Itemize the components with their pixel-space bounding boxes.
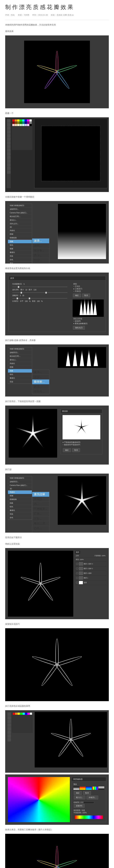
- pen-tool-icon[interactable]: [7, 156, 10, 159]
- swatch[interactable]: [17, 124, 20, 126]
- move-tool-icon[interactable]: [7, 119, 10, 123]
- menu-sub[interactable]: 极坐标...: [32, 248, 49, 253]
- menu-cat[interactable]: 像素化: [8, 509, 32, 512]
- preset-swatch[interactable]: [73, 786, 79, 790]
- layer-row[interactable]: 背景: [75, 580, 106, 585]
- amp-slider[interactable]: [12, 298, 67, 299]
- swatch[interactable]: [27, 119, 29, 122]
- menu-sub[interactable]: 波纹...: [32, 243, 49, 248]
- zoom-tool-icon[interactable]: [7, 170, 10, 174]
- type-triangle[interactable]: ● 三角形(T): [73, 288, 82, 290]
- swatch[interactable]: [15, 119, 17, 122]
- new-button[interactable]: 新建(W): [74, 804, 84, 808]
- menu-sub[interactable]: 挤压...: [32, 384, 49, 389]
- menu-sub[interactable]: 切变...: [32, 258, 49, 263]
- swatch[interactable]: [17, 122, 20, 124]
- swatch[interactable]: [15, 122, 17, 124]
- eraser-tool-icon[interactable]: [7, 148, 10, 152]
- tool-icon[interactable]: [7, 716, 11, 720]
- randomize-button[interactable]: 随机化(Z): [73, 326, 85, 330]
- swatch[interactable]: [30, 713, 32, 715]
- tool-icon[interactable]: [7, 731, 11, 734]
- swatch[interactable]: [25, 122, 27, 124]
- menu-cat[interactable]: 模糊画廊: [8, 236, 32, 240]
- marquee-tool-icon[interactable]: [7, 123, 10, 126]
- preset-swatch[interactable]: [80, 786, 86, 790]
- text-tool-icon[interactable]: [7, 159, 10, 163]
- swatch[interactable]: [27, 122, 29, 124]
- layer-row[interactable]: 图层 1 副本 3: [75, 562, 106, 566]
- menu-item[interactable]: 转换为智能滤镜(S): [8, 476, 32, 480]
- swatch[interactable]: [17, 119, 20, 122]
- menu-sub[interactable]: 凸出...: [32, 526, 49, 531]
- menu-cat[interactable]: 3D: [8, 226, 32, 229]
- swatch[interactable]: [20, 119, 22, 122]
- menu-sub[interactable]: 拼贴...: [32, 516, 49, 521]
- menu-cat[interactable]: 其它: [8, 261, 32, 264]
- swatch[interactable]: [25, 124, 27, 126]
- swatch[interactable]: [15, 713, 17, 715]
- menu-cat[interactable]: 扭曲: [8, 501, 32, 505]
- swatch[interactable]: [22, 124, 25, 126]
- crop-tool-icon[interactable]: [7, 134, 10, 137]
- menu-sub[interactable]: 球面化...: [32, 389, 49, 394]
- menu-item[interactable]: 滤镜库(G)...: [8, 480, 32, 484]
- tool-icon[interactable]: [7, 712, 11, 716]
- tool-icon[interactable]: [7, 738, 11, 741]
- swatch[interactable]: [27, 713, 30, 715]
- undef-repeat[interactable]: ● 重复边缘像素(E): [73, 322, 87, 324]
- menu-cat[interactable]: 渲染: [8, 254, 32, 258]
- visibility-icon[interactable]: [76, 567, 78, 569]
- stamp-tool-icon[interactable]: [7, 145, 10, 148]
- menu-item[interactable]: 滤镜库(G)...: [8, 351, 32, 354]
- swatch[interactable]: [20, 124, 22, 126]
- tool-icon[interactable]: [7, 723, 11, 727]
- menu-sub[interactable]: 挤压...: [32, 253, 49, 258]
- menu-cat[interactable]: 锐化: [8, 243, 32, 247]
- swatch[interactable]: [30, 122, 32, 124]
- menu-cat-distort[interactable]: 扭曲: [8, 369, 32, 373]
- preset-swatch[interactable]: [92, 786, 98, 790]
- brush-tool-icon[interactable]: [7, 141, 10, 145]
- menu-sub[interactable]: 油画...: [32, 531, 49, 533]
- menu-cat[interactable]: 风格化: [8, 229, 32, 232]
- menu-cat[interactable]: 模糊: [8, 365, 32, 369]
- menu-item[interactable]: 转换为智能滤镜(S): [8, 347, 32, 351]
- swatch[interactable]: [22, 119, 25, 122]
- swatch[interactable]: [22, 122, 25, 124]
- gradient-bar[interactable]: [75, 815, 103, 819]
- menu-item[interactable]: 滤镜库(G)...: [8, 208, 32, 211]
- cancel-button[interactable]: 取消: [83, 791, 91, 795]
- polar-opt1[interactable]: ● 平面坐标到极坐标(R): [63, 441, 80, 443]
- visibility-icon[interactable]: [76, 563, 78, 565]
- swatch[interactable]: [12, 124, 14, 126]
- menu-cat[interactable]: 视频: [8, 247, 32, 251]
- menu-item[interactable]: 液化(L)...: [8, 358, 32, 362]
- gradient-tool-icon[interactable]: [7, 152, 10, 156]
- swatch[interactable]: [17, 713, 20, 715]
- menu-cat-stylize[interactable]: 风格化: [8, 490, 32, 494]
- menu-sub[interactable]: 扩散...: [32, 512, 49, 516]
- menu-item[interactable]: 镜头校正(R)...: [8, 354, 32, 358]
- menu-item[interactable]: 液化(L)...: [8, 218, 32, 222]
- menu-cat[interactable]: 模糊画廊: [8, 498, 32, 501]
- swatch[interactable]: [12, 122, 14, 124]
- menu-item[interactable]: 镜头校正(R)...: [8, 215, 32, 218]
- ok-button[interactable]: 确定: [63, 448, 71, 452]
- menu-item[interactable]: 消失点(V)...: [8, 222, 32, 226]
- save-button[interactable]: 存储(S)...: [86, 796, 98, 799]
- swatch[interactable]: [20, 122, 22, 124]
- gradient-name-input[interactable]: [80, 802, 94, 804]
- menu-cat[interactable]: 锐化: [8, 505, 32, 509]
- layer-row[interactable]: 图层 1: [75, 576, 106, 580]
- tool-icon[interactable]: [7, 720, 11, 723]
- tool-icon[interactable]: [7, 727, 11, 731]
- lasso-tool-icon[interactable]: [7, 127, 10, 130]
- menu-sub[interactable]: 浮雕效果...: [32, 506, 49, 512]
- menu-wave[interactable]: 波浪...: [32, 239, 49, 243]
- menu-cat[interactable]: 杂色: [8, 258, 32, 261]
- menu-sub[interactable]: 波浪...: [32, 370, 49, 375]
- swatch[interactable]: [30, 124, 32, 126]
- menu-cat[interactable]: 像素化: [8, 251, 32, 254]
- cancel-button[interactable]: 取消: [82, 293, 90, 298]
